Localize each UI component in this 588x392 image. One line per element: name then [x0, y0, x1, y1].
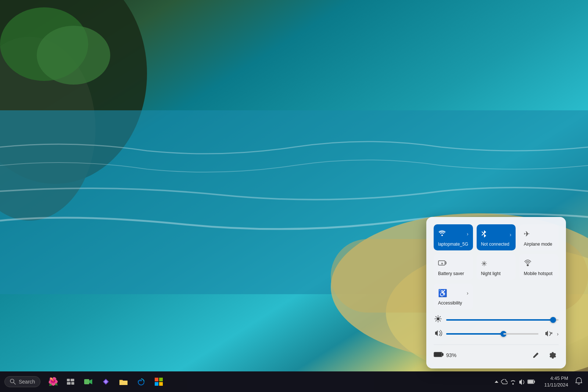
volume-fill	[446, 333, 503, 335]
settings-button[interactable]	[547, 349, 559, 361]
mobile-hotspot-tile-label: Mobile hotspot	[524, 271, 552, 276]
taskbar-app-store[interactable]	[151, 374, 167, 390]
battery-saver-tile-label: Battery saver	[438, 271, 464, 276]
battery-saver-icon	[438, 259, 447, 268]
bluetooth-chevron-icon: ›	[510, 232, 512, 238]
taskbar-app-meet[interactable]	[80, 374, 96, 390]
svg-rect-38	[528, 380, 533, 383]
svg-point-11	[437, 317, 440, 320]
search-label: Search	[19, 379, 35, 385]
search-icon	[10, 379, 16, 385]
taskbar-clock[interactable]: 4:45 PM 11/11/2024	[541, 374, 571, 390]
brightness-thumb[interactable]	[550, 317, 556, 323]
panel-bottom-bar: 93%	[434, 345, 559, 361]
svg-rect-29	[67, 382, 71, 385]
audio-chevron-icon[interactable]: ›	[557, 331, 559, 337]
brightness-fill	[446, 319, 553, 321]
clock-date: 11/11/2024	[544, 382, 568, 388]
svg-line-17	[440, 320, 440, 321]
battery-info: 93%	[434, 352, 456, 359]
svg-rect-32	[155, 378, 158, 381]
svg-rect-30	[71, 382, 74, 385]
wifi-tray-icon	[510, 379, 516, 385]
quick-tiles-grid: › laptopmate_5G › Not connected ✈	[434, 224, 559, 309]
taskbar-app-taskview[interactable]	[62, 374, 79, 390]
brightness-icon	[434, 315, 442, 324]
brightness-slider[interactable]	[446, 319, 559, 321]
svg-line-26	[14, 382, 15, 384]
bluetooth-tile-label: Not connected	[481, 242, 509, 247]
battery-percent-label: 93%	[446, 352, 456, 358]
taskbar-app-flowers[interactable]: 🌺	[45, 374, 61, 390]
bluetooth-tile[interactable]: › Not connected	[477, 224, 516, 250]
bluetooth-icon	[481, 229, 487, 239]
wifi-chevron-icon: ›	[467, 231, 469, 237]
svg-rect-35	[159, 382, 163, 386]
svg-line-18	[436, 320, 437, 321]
volume-slider[interactable]	[446, 333, 538, 335]
panel-actions	[530, 349, 559, 361]
brightness-slider-row	[434, 315, 559, 324]
system-tray-icons[interactable]	[491, 377, 538, 386]
taskbar-app-file-explorer[interactable]	[115, 374, 132, 390]
taskbar-search[interactable]: Search	[4, 376, 40, 387]
svg-rect-28	[71, 379, 74, 381]
night-light-icon: ✳	[481, 259, 487, 268]
taskbar-apps: 🌺	[45, 374, 167, 390]
quick-settings-panel: › laptopmate_5G › Not connected ✈	[426, 217, 566, 368]
accessibility-chevron-icon: ›	[467, 290, 469, 296]
svg-line-19	[440, 317, 440, 317]
svg-rect-31	[84, 379, 89, 384]
volume-slider-row: ›	[434, 329, 559, 338]
taskbar-app-windows-ai[interactable]	[98, 374, 114, 390]
svg-point-4	[37, 26, 110, 85]
svg-rect-34	[155, 382, 158, 386]
taskbar-right: 4:45 PM 11/11/2024	[491, 374, 584, 390]
volume-tray-icon	[519, 379, 525, 385]
taskbar: Search 🌺	[0, 371, 588, 392]
edit-button[interactable]	[530, 349, 542, 361]
mobile-hotspot-icon	[524, 259, 532, 268]
svg-rect-10	[445, 262, 446, 264]
onedrive-icon	[501, 379, 508, 384]
wifi-tile[interactable]: › laptopmate_5G	[434, 224, 473, 250]
battery-icon	[434, 352, 444, 359]
accessibility-tile[interactable]: ♿ › Accessibility	[434, 284, 473, 309]
airplane-tile-label: Airplane mode	[524, 242, 552, 247]
battery-saver-tile[interactable]: Battery saver	[434, 254, 473, 280]
tray-chevron-icon	[494, 380, 499, 384]
airplane-tile[interactable]: ✈ Airplane mode	[519, 224, 559, 250]
accessibility-icon: ♿	[438, 289, 447, 297]
clock-time: 4:45 PM	[551, 375, 568, 382]
notification-button[interactable]	[574, 376, 584, 388]
svg-rect-33	[159, 378, 163, 381]
volume-icon	[434, 329, 442, 338]
sliders-section: ›	[434, 315, 559, 338]
svg-rect-37	[534, 381, 535, 383]
wifi-tile-label: laptopmate_5G	[438, 242, 468, 247]
svg-rect-23	[442, 353, 443, 356]
svg-line-16	[436, 317, 437, 317]
svg-rect-27	[67, 379, 70, 381]
mobile-hotspot-tile[interactable]: Mobile hotspot	[519, 254, 559, 280]
svg-rect-24	[434, 353, 441, 356]
taskbar-app-edge[interactable]	[133, 374, 149, 390]
night-light-tile[interactable]: ✳ Night light	[477, 254, 516, 280]
battery-tray-icon	[527, 379, 535, 384]
audio-output-icon[interactable]	[544, 330, 552, 338]
airplane-icon: ✈	[524, 229, 530, 238]
wifi-icon	[438, 229, 446, 238]
night-light-tile-label: Night light	[481, 271, 501, 276]
accessibility-tile-label: Accessibility	[438, 300, 462, 306]
